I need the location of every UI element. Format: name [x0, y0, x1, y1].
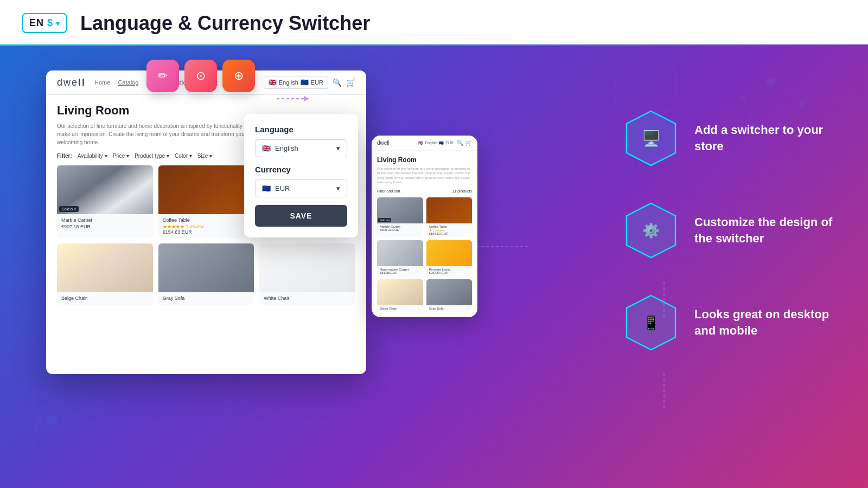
edit-fab[interactable]: ✏: [146, 60, 179, 92]
atom-decoration: [11, 380, 92, 461]
product-card-marble[interactable]: Sold out Marble Carpet €907.16 EUR: [57, 165, 153, 238]
filter-label: Filter:: [57, 153, 72, 159]
product-image-chair: [57, 243, 153, 292]
popup-currency-select[interactable]: 🇪🇺 EUR ▾: [255, 179, 347, 197]
mobile-eu-flag: 🇪🇺: [439, 141, 444, 145]
product-name-coffee: Coffee Table: [163, 217, 250, 223]
product-name-chair: Beige Chair: [61, 296, 149, 301]
mobile-product-coffee[interactable]: Coffee Table ★ 1 review €154.53 EUR: [426, 197, 473, 237]
mobile-search-icon[interactable]: 🔍: [457, 140, 463, 146]
move-fab[interactable]: ⊕: [222, 60, 255, 92]
product-card-sofa[interactable]: Gray Sofa: [158, 243, 254, 305]
popup-language-value: English: [275, 144, 298, 152]
mobile-currency-label: EUR: [445, 141, 454, 145]
product-card-coffee[interactable]: Coffee Table ★★★★★ 1 review €154.63 EUR: [158, 165, 254, 238]
mobile-cart-icon[interactable]: 🛒: [465, 140, 472, 146]
popup-language-select[interactable]: 🇬🇧 English ▾: [255, 139, 347, 157]
product-image-white-chair: [259, 243, 355, 292]
header-underline: [0, 44, 868, 46]
mobile-lang-switcher[interactable]: 🇬🇧 English 🇪🇺 EUR: [418, 141, 454, 145]
popup-save-button[interactable]: SAVE: [255, 205, 347, 227]
eu-flag: 🇪🇺: [301, 79, 309, 86]
feature-icon-2: ⚙️: [642, 222, 660, 239]
fab-group: ✏ ⊙ ⊕: [146, 60, 255, 92]
mobile-content: Living Room Our selection of fine furnit…: [372, 151, 477, 317]
nav-home[interactable]: Home: [94, 79, 110, 86]
mobile-product-sofa[interactable]: Gray Sofa: [426, 279, 473, 312]
product-info-coffee: Coffee Table ★★★★★ 1 review €154.63 EUR: [158, 214, 254, 238]
mobile-products-count: 11 products: [452, 189, 472, 193]
mobile-product-rug[interactable]: Hand-woven Carpet €81.38 EUR: [377, 240, 423, 276]
store-lang-label: English: [279, 79, 298, 86]
product-name-white-chair: White Chair: [264, 296, 351, 301]
mobile-navbar: dwell 🇬🇧 English 🇪🇺 EUR 🔍 🛒: [372, 136, 477, 151]
page-title: Language & Currency Switcher: [80, 12, 370, 35]
mobile-product-info-coffee: Coffee Table ★ 1 review €154.53 EUR: [426, 223, 473, 237]
product-info-chair: Beige Chair: [57, 292, 153, 305]
mobile-filter-label[interactable]: Filter and sort: [377, 189, 400, 193]
product-card-white-chair[interactable]: White Chair: [259, 243, 355, 305]
filter-availability[interactable]: Availability ▾: [78, 153, 107, 159]
popup-currency-label: Currency: [255, 165, 347, 174]
lang-currency-badge: EN $ ▾: [22, 13, 67, 33]
product-review-coffee: 1 review: [186, 224, 204, 229]
mobile-product-img-coffee: [426, 197, 473, 223]
product-card-chair[interactable]: Beige Chair: [57, 243, 153, 305]
feature-hex-3: 📱: [624, 293, 678, 352]
edit-fab-icon: ✏: [158, 69, 168, 83]
mobile-product-info-sofa: Gray Sofa: [426, 305, 473, 312]
product-price-marble: €907.16 EUR: [61, 224, 149, 229]
sold-out-badge: Sold out: [59, 206, 79, 212]
filter-product-type[interactable]: Product type ▾: [135, 153, 169, 159]
mobile-to-features-connector: [476, 244, 531, 249]
badge-currency-symbol: $: [47, 17, 53, 29]
popup-language-chevron: ▾: [336, 144, 340, 152]
product-image-sofa: [158, 243, 254, 292]
mobile-page-description: Our selection of fine furniture and home…: [377, 166, 472, 185]
feature-item-2: ⚙️ Customize the design of the switcher: [624, 201, 835, 260]
cart-icon[interactable]: 🛒: [346, 78, 355, 87]
nav-catalog[interactable]: Catalog: [118, 79, 138, 86]
popup-currency-chevron: ▾: [336, 184, 340, 192]
feature-item-1: 🖥️ Add a switcher to your store: [624, 108, 835, 168]
svg-line-12: [743, 81, 770, 98]
mobile-product-lamp[interactable]: Pendant Lamp €257.54 EUR: [426, 240, 473, 276]
popup-currency-select-inner: 🇪🇺 EUR: [262, 184, 290, 192]
filter-price[interactable]: Price ▾: [113, 153, 130, 159]
svg-line-8: [770, 81, 803, 103]
target-fab[interactable]: ⊙: [184, 60, 217, 92]
mobile-product-name-sofa: Gray Sofa: [429, 307, 470, 310]
mobile-product-price-marble: €906.33 EUR: [380, 228, 420, 232]
mobile-product-info-lamp: Pendant Lamp €257.54 EUR: [426, 266, 473, 276]
product-image-coffee: [158, 165, 254, 214]
mobile-product-info-marble: Marble Carpet €906.33 EUR: [377, 223, 423, 233]
filter-size[interactable]: Size ▾: [197, 153, 212, 159]
mobile-product-info-rug: Hand-woven Carpet €81.38 EUR: [377, 266, 423, 276]
mobile-lang-label: English: [425, 141, 437, 145]
dashed-connector-fab: [277, 91, 309, 112]
feature-icon-3: 📱: [642, 314, 660, 331]
mobile-product-price-coffee: €154.53 EUR: [429, 232, 470, 235]
badge-lang: EN: [29, 17, 44, 29]
mobile-product-row2: Beige Chair Gray Sofa: [377, 279, 472, 312]
store-util-icons: 🔍 🛒: [333, 78, 355, 87]
mobile-product-chair[interactable]: Beige Chair: [377, 279, 423, 312]
product-info-sofa: Gray Sofa: [158, 292, 254, 305]
feature-icon-1: 🖥️: [642, 130, 661, 147]
popup-language-select-inner: 🇬🇧 English: [262, 144, 298, 152]
mobile-product-img-lamp: [426, 240, 473, 266]
mobile-product-price-rug: €81.38 EUR: [380, 271, 420, 274]
badge-arrow: ▾: [56, 19, 60, 28]
filter-color[interactable]: Color ▾: [175, 153, 192, 159]
move-fab-icon: ⊕: [234, 69, 244, 83]
store-logo-bold: ll: [78, 77, 86, 88]
mobile-product-stars-coffee: ★ 1 review: [429, 228, 470, 232]
mobile-filter-bar: Filter and sort 11 products: [377, 189, 472, 193]
uk-flag: 🇬🇧: [269, 79, 277, 86]
store-lang-button[interactable]: 🇬🇧 English 🇪🇺 EUR: [264, 76, 328, 89]
mobile-product-marble[interactable]: Sold out Marble Carpet €906.33 EUR: [377, 197, 423, 237]
search-icon[interactable]: 🔍: [333, 78, 342, 87]
mobile-product-price-lamp: €257.54 EUR: [429, 271, 470, 274]
target-fab-icon: ⊙: [196, 69, 206, 83]
product-grid-row2: Beige Chair Gray Sofa White Chair: [57, 243, 355, 305]
